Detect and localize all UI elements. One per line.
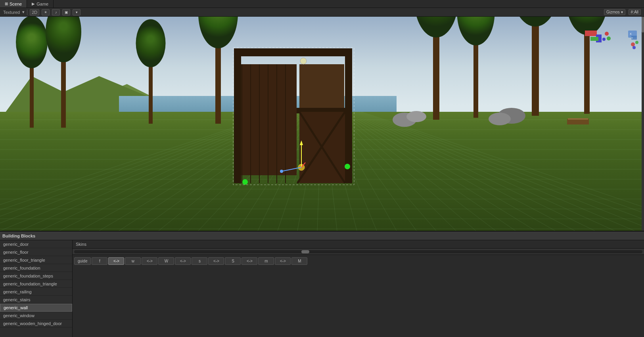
skin-btn-f[interactable]: f	[92, 257, 107, 265]
scrollbar-track[interactable]	[74, 250, 642, 253]
svg-point-5	[635, 41, 638, 44]
building-blocks-header: Building Blocks	[0, 232, 644, 240]
list-item-label-generic_stairs: generic_stairs	[3, 297, 30, 302]
list-item-label-generic_floor_triangle: generic_floor_triangle	[3, 258, 45, 262]
shading-mode-label: Textured	[3, 10, 20, 15]
tab-bar: ⊞ Scene ▶ Game	[0, 0, 644, 8]
shading-dropdown-icon[interactable]: ▾	[22, 10, 25, 15]
building-blocks-title: Building Blocks	[2, 234, 35, 238]
skin-btn-w[interactable]: w	[125, 257, 141, 265]
skin-btn-arrow5[interactable]: <->	[242, 257, 257, 265]
audio-icon-btn[interactable]: ♪	[52, 9, 60, 15]
list-item-generic_floor_triangle[interactable]: generic_floor_triangle	[0, 256, 72, 264]
skin-btn-guide[interactable]: guide	[74, 257, 91, 265]
sun-icon-btn[interactable]: ☀	[42, 9, 50, 15]
scene-scrollbar-thumb[interactable]	[642, 17, 644, 33]
svg-point-4	[631, 42, 635, 46]
skins-area-panel: Skins guidef<->w<->W<->s<->S<->m<->M	[73, 240, 644, 337]
list-item-generic_door[interactable]: generic_door	[0, 240, 72, 248]
scene-icon: ⊞	[5, 2, 8, 6]
skins-scroll-row[interactable]	[73, 249, 644, 255]
skin-btn-arrow2[interactable]: <->	[142, 257, 157, 265]
list-item-generic_wall[interactable]: generic_wall	[0, 304, 72, 312]
tab-game-label: Game	[36, 2, 48, 6]
skins-buttons-row: guidef<->w<->W<->s<->S<->m<->M	[73, 255, 644, 267]
list-item-label-generic_foundation_steps: generic_foundation_steps	[3, 274, 53, 278]
tab-scene-label: Scene	[10, 2, 22, 6]
svg-text:Y: Y	[631, 37, 633, 39]
svg-text:X: X	[630, 33, 632, 35]
list-item-label-generic_foundation: generic_foundation	[3, 266, 40, 270]
skin-btn-arrow6[interactable]: <->	[275, 257, 291, 265]
list-item-label-generic_window: generic_window	[3, 313, 34, 318]
list-item-generic_wooden_hinged_door[interactable]: generic_wooden_hinged_door	[0, 320, 72, 327]
toolbar-separator-1	[27, 10, 27, 15]
view-2d-label[interactable]: 2D	[30, 9, 39, 15]
camera-icon-btn[interactable]: ▣	[62, 9, 70, 15]
skin-btn-arrow1[interactable]: <->	[108, 257, 124, 265]
list-item-generic_foundation_steps[interactable]: generic_foundation_steps	[0, 272, 72, 280]
list-item-label-generic_door: generic_door	[3, 242, 29, 247]
scene-toolbar: Textured ▾ 2D ☀ ♪ ▣ ▾ Gizmos ▾ #:All	[0, 8, 644, 17]
more-icon-btn[interactable]: ▾	[73, 9, 80, 15]
building-blocks-list: generic_doorgeneric_floorgeneric_floor_t…	[0, 240, 73, 337]
gizmos-button[interactable]: Gizmos ▾	[604, 9, 625, 15]
list-item-generic_railing[interactable]: generic_railing	[0, 288, 72, 296]
gizmo-widget: X Y	[612, 29, 640, 52]
skins-label-row: Skins	[73, 240, 644, 249]
skin-btn-S[interactable]: S	[225, 257, 241, 265]
skin-btn-arrow4[interactable]: <->	[208, 257, 224, 265]
list-item-generic_foundation[interactable]: generic_foundation	[0, 264, 72, 272]
list-item-label-generic_wooden_hinged_door: generic_wooden_hinged_door	[3, 321, 62, 326]
game-icon: ▶	[32, 2, 35, 6]
skin-btn-W[interactable]: W	[158, 257, 174, 265]
tab-game[interactable]: ▶ Game	[27, 0, 54, 8]
toolbar-right-controls: Gizmos ▾ #:All	[604, 9, 641, 15]
svg-point-6	[632, 46, 636, 49]
skin-btn-arrow3[interactable]: <->	[175, 257, 191, 265]
scene-scrollbar[interactable]	[642, 17, 644, 231]
list-item-generic_foundation_triangle[interactable]: generic_foundation_triangle	[0, 280, 72, 288]
all-button[interactable]: #:All	[629, 9, 641, 15]
list-item-generic_stairs[interactable]: generic_stairs	[0, 296, 72, 304]
skin-btn-M[interactable]: M	[291, 257, 307, 265]
list-item-label-generic_foundation_triangle: generic_foundation_triangle	[3, 281, 57, 286]
scene-viewport[interactable]: X Y	[0, 17, 644, 231]
list-item-label-generic_floor: generic_floor	[3, 250, 29, 255]
skin-btn-m[interactable]: m	[258, 257, 274, 265]
tab-scene[interactable]: ⊞ Scene	[0, 0, 27, 8]
bottom-panel: Building Blocks generic_doorgeneric_floo…	[0, 231, 644, 337]
list-item-label-generic_railing: generic_railing	[3, 289, 32, 294]
scrollbar-thumb[interactable]	[301, 250, 309, 253]
list-item-label-generic_wall: generic_wall	[4, 305, 28, 310]
scene-canvas	[0, 17, 644, 231]
bottom-content: generic_doorgeneric_floorgeneric_floor_t…	[0, 240, 644, 337]
skin-btn-s[interactable]: s	[192, 257, 207, 265]
list-item-generic_window[interactable]: generic_window	[0, 312, 72, 320]
list-item-generic_floor[interactable]: generic_floor	[0, 248, 72, 256]
skins-label: Skins	[76, 242, 86, 247]
